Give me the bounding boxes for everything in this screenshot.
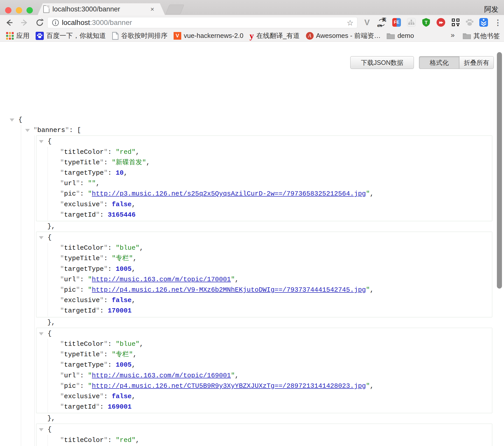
window-close-button[interactable] [5, 7, 11, 13]
json-property: "pic": "http://p3.music.126.net/s25q2x5Q… [48, 189, 492, 199]
page-icon [112, 32, 119, 40]
json-property: "targetId": 170001 [48, 306, 492, 316]
bookmark-awesomes[interactable]: A Awesomes - 前端资… [306, 31, 381, 40]
json-property: "url": "http://music.163.com/m/topic/170… [48, 274, 492, 285]
json-object-box: {"titleColor": "red","typeTitle": "新碟首发"… [36, 136, 492, 221]
bookmarks-overflow-chevron[interactable]: » [451, 31, 455, 39]
json-property: "typeTitle": "专栏", [48, 349, 492, 360]
json-property: "pic": "http://p4.music.126.net/V9-MXz6b… [48, 285, 492, 295]
url-text: localhost:3000/banner [62, 19, 132, 27]
bookmark-youdao[interactable]: y 在线翻译_有道 [249, 31, 300, 40]
json-link[interactable]: http://p4.music.126.net/CTU5B9R9y3XyYBZX… [92, 382, 366, 390]
json-property: "titleColor": "red", [48, 435, 492, 445]
window-minimize-button[interactable] [16, 7, 22, 13]
json-property: "targetId": 3165446 [48, 210, 492, 220]
json-property: "url": "", [48, 178, 492, 189]
json-root-open: { [10, 115, 501, 125]
json-property: "exclusive": false, [48, 391, 492, 402]
qr-code-icon[interactable] [451, 18, 460, 27]
reload-button[interactable] [35, 18, 45, 28]
window-zoom-button[interactable] [26, 7, 33, 13]
forward-button[interactable] [19, 18, 30, 28]
json-property: "targetType": 10, [48, 168, 492, 178]
json-object-open: { [36, 136, 492, 147]
json-link[interactable]: http://music.163.com/m/topic/169001 [92, 372, 231, 379]
browser-window: localhost:3000/banner × 阿发 [0, 0, 504, 446]
bookmarks-bar: 应用 百度一下，你就知道 谷歌按时间排序 [0, 30, 504, 42]
bookmark-google-sort[interactable]: 谷歌按时间排序 [112, 31, 167, 40]
collapse-arrow-icon[interactable] [39, 332, 44, 335]
tampermonkey-shield-icon[interactable]: T [422, 18, 431, 27]
tab-title: localhost:3000/banner [52, 5, 120, 13]
fe-helper-icon[interactable]: FE [392, 18, 401, 27]
tab-close-icon[interactable]: × [150, 6, 154, 13]
profile-name[interactable]: 阿发 [484, 5, 498, 14]
reload-icon [35, 18, 44, 27]
json-link[interactable]: http://p4.music.126.net/V9-MXz6b2MNhEKju… [92, 286, 366, 294]
collapse-all-button[interactable]: 折叠所有 [459, 56, 494, 69]
json-property: "typeTitle": "新碟首发", [48, 157, 492, 168]
bookmark-demo-folder[interactable]: demo [387, 32, 414, 40]
json-object-open: { [36, 424, 492, 435]
back-arrow-icon [5, 18, 13, 27]
baidu-paw-icon [36, 32, 44, 40]
address-bar[interactable]: localhost:3000/banner ☆ [47, 17, 357, 28]
json-property: "url": "http://music.163.com/m/topic/169… [48, 370, 492, 381]
collapse-arrow-icon[interactable] [39, 236, 44, 239]
page-favicon-icon [43, 5, 49, 13]
video-speed-icon[interactable]: ▶▶ [436, 18, 445, 27]
json-property: "pic": "http://p4.music.126.net/CTU5B9R9… [48, 381, 492, 391]
sitemap-icon[interactable] [407, 18, 416, 27]
collapse-arrow-icon[interactable] [10, 118, 14, 122]
active-tab[interactable]: localhost:3000/banner × [38, 3, 165, 15]
json-property: "exclusive": false, [48, 295, 492, 306]
json-object-box: {"titleColor": "red","typeTitle": "歌单","… [36, 424, 492, 446]
download-json-button[interactable]: 下载JSON数据 [350, 56, 414, 69]
other-bookmarks-folder[interactable]: 其他书签 [463, 30, 500, 42]
json-tree: {"banners": [{"titleColor": "red","typeT… [10, 115, 501, 446]
bookmark-vue-hackernews[interactable]: V vue-hackernews-2.0 [174, 32, 243, 40]
json-property: "titleColor": "blue", [48, 243, 492, 253]
tab-strip: localhost:3000/banner × 阿发 [0, 0, 504, 15]
json-link[interactable]: http://p3.music.126.net/s25q2x5QyqsAzilC… [92, 190, 366, 198]
json-property: "titleColor": "blue", [48, 339, 492, 349]
svg-text:T: T [425, 20, 428, 25]
collapse-arrow-icon[interactable] [39, 428, 44, 431]
json-object-box: {"titleColor": "blue","typeTitle": "专栏",… [36, 232, 492, 317]
json-object-close: }, [35, 221, 501, 232]
json-array-key-line: "banners": [ [21, 125, 501, 136]
vertical-scrollbar[interactable] [497, 52, 502, 289]
folder-icon [387, 33, 395, 39]
paw-icon[interactable] [465, 18, 474, 27]
collapse-arrow-icon[interactable] [25, 129, 30, 132]
json-object-close: }, [35, 413, 501, 424]
json-link[interactable]: http://music.163.com/m/topic/170001 [92, 276, 231, 283]
browser-menu-icon[interactable]: ⋮ [493, 18, 502, 27]
json-property: "titleColor": "red", [48, 147, 492, 157]
page-content: 下载JSON数据 格式化 折叠所有 {"banners": [{"titleCo… [0, 42, 504, 446]
bookmark-apps[interactable]: 应用 [6, 31, 30, 40]
new-tab-button[interactable] [165, 5, 184, 14]
vue-devtools-icon[interactable]: V [362, 18, 372, 27]
browser-toolbar: localhost:3000/banner ☆ V 英 en FE [0, 15, 504, 30]
json-object-open: { [36, 329, 492, 339]
youdao-icon: y [249, 32, 254, 40]
folder-icon [463, 33, 471, 39]
format-button[interactable]: 格式化 [419, 56, 459, 69]
download-manager-icon[interactable] [479, 18, 488, 27]
info-icon[interactable] [52, 19, 59, 26]
json-property: "typeTitle": "专栏", [48, 253, 492, 264]
json-object-close: }, [35, 317, 501, 328]
json-object-open: { [36, 232, 492, 243]
awesomes-icon: A [306, 32, 314, 40]
bookmark-star-icon[interactable]: ☆ [347, 18, 354, 27]
back-button[interactable] [4, 18, 14, 28]
json-property: "targetId": 169001 [48, 402, 492, 412]
collapse-arrow-icon[interactable] [39, 140, 44, 143]
forward-arrow-icon [20, 18, 29, 27]
json-property: "exclusive": false, [48, 199, 492, 210]
json-property: "targetType": 1005, [48, 360, 492, 370]
translate-icon[interactable]: 英 en [377, 18, 386, 27]
apps-grid-icon [6, 32, 14, 40]
bookmark-baidu[interactable]: 百度一下，你就知道 [36, 31, 106, 40]
